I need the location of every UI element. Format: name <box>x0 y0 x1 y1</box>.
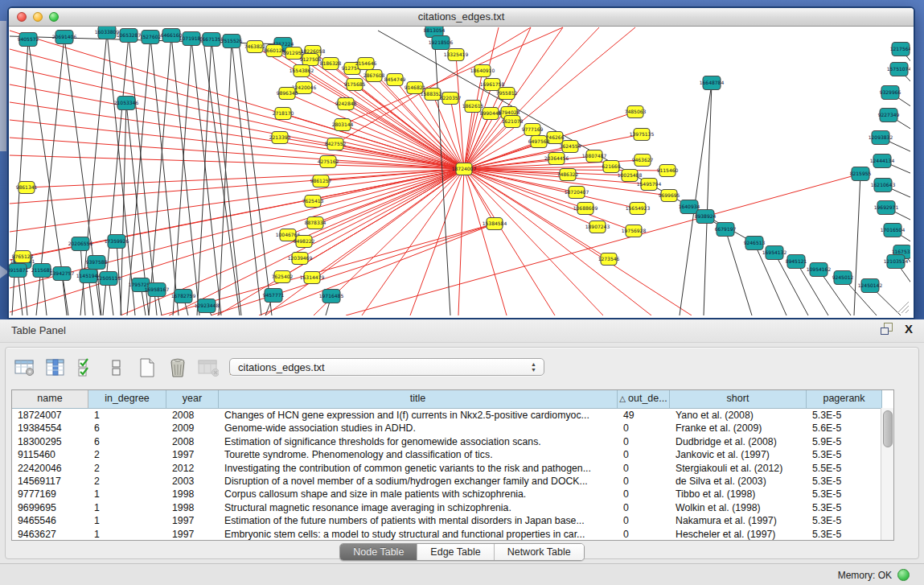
column-header-pagerank[interactable]: pagerank <box>807 390 882 408</box>
graph-node[interactable]: 9246513 <box>744 237 766 250</box>
graph-node[interactable]: 8765123 <box>12 251 34 263</box>
row-height-icon[interactable] <box>106 357 127 378</box>
table-row[interactable]: 977716911998Corpus callosum shape and si… <box>12 488 893 501</box>
table-chooser-dropdown[interactable]: citations_edges.txt ▲▼ <box>229 358 544 376</box>
graph-node[interactable]: 16782759 <box>171 290 196 303</box>
graph-node[interactable]: 10025488 <box>618 170 643 182</box>
cell-short[interactable]: Jankovic et al. (1997) <box>670 448 807 461</box>
cell-in_degree[interactable]: 2 <box>88 462 166 475</box>
graph-node[interactable]: 17016504 <box>881 224 906 237</box>
graph-node[interactable]: 15654923 <box>626 203 651 215</box>
cell-out_de[interactable]: 0 <box>618 448 670 461</box>
cell-pagerank[interactable]: 5.6E-5 <box>807 422 882 435</box>
graph-node[interactable]: 16648784 <box>700 76 725 90</box>
tab-node-table[interactable]: Node Table <box>340 544 417 560</box>
cell-out_de[interactable]: 0 <box>618 422 670 435</box>
graph-node[interactable]: 9457771 <box>263 289 285 303</box>
graph-node[interactable]: 8215955 <box>850 167 872 181</box>
graph-node[interactable]: 13325419 <box>444 49 469 61</box>
cell-pagerank[interactable]: 5.3E-5 <box>807 514 882 527</box>
graph-node[interactable]: 2213393 <box>269 132 291 144</box>
graph-node[interactable]: 20691406 <box>52 31 77 44</box>
graph-node[interactable]: 7625402 <box>272 271 294 283</box>
graph-node[interactable]: 9896348 <box>277 88 298 100</box>
graph-node[interactable]: 12505115 <box>97 272 121 286</box>
scrollbar-thumb[interactable] <box>883 410 893 447</box>
network-canvas[interactable]: 1872400794055722069140616033809106532871… <box>9 27 914 315</box>
cell-in_degree[interactable]: 1 <box>88 488 166 501</box>
delete-table-icon[interactable] <box>198 357 219 378</box>
graph-node[interactable]: 2803144 <box>332 119 354 131</box>
graph-node[interactable]: 19218506 <box>429 36 454 50</box>
graph-node[interactable]: 15751074 <box>887 63 910 76</box>
graph-node[interactable]: 7485063 <box>625 106 647 118</box>
cell-in_degree[interactable]: 2 <box>88 448 166 461</box>
cell-out_de[interactable]: 0 <box>618 475 670 488</box>
cell-year[interactable]: 2012 <box>166 462 219 475</box>
cell-name[interactable]: 9115460 <box>12 448 88 461</box>
graph-node[interactable]: 19692971 <box>874 201 899 215</box>
tab-edge-table[interactable]: Edge Table <box>417 544 494 560</box>
graph-node[interactable]: 21053346 <box>114 97 139 110</box>
column-header-name[interactable]: name <box>12 390 88 408</box>
cell-out_de[interactable]: 0 <box>618 462 670 475</box>
graph-node[interactable]: 18907243 <box>585 221 610 233</box>
graph-node[interactable]: 12103514 <box>884 255 909 269</box>
graph-node[interactable]: 12923448 <box>195 299 220 313</box>
graph-node[interactable]: 8878334 <box>305 217 326 229</box>
cell-short[interactable]: Dudbridge et al. (2008) <box>670 435 807 448</box>
select-rows-icon[interactable] <box>76 357 97 378</box>
cell-in_degree[interactable]: 1 <box>88 409 166 422</box>
table-row[interactable]: 911546021997Tourette syndrome. Phenomeno… <box>12 448 893 461</box>
column-header-title[interactable]: title <box>219 390 618 408</box>
cell-short[interactable]: Franke et al. (2009) <box>670 422 807 435</box>
graph-node[interactable]: 7955812 <box>496 88 518 100</box>
graph-node[interactable]: 2718170 <box>273 108 294 120</box>
cell-pagerank[interactable]: 5.3E-5 <box>807 409 882 422</box>
cell-title[interactable]: Investigating the contribution of common… <box>219 462 618 475</box>
new-file-icon[interactable] <box>137 357 158 378</box>
cell-short[interactable]: Stergiakouli et al. (2012) <box>670 462 807 475</box>
graph-node[interactable]: 9699695 <box>659 190 680 202</box>
cell-year[interactable]: 1998 <box>166 501 219 514</box>
cell-pagerank[interactable]: 5.3E-5 <box>807 448 882 461</box>
cell-in_degree[interactable]: 1 <box>88 501 166 514</box>
cell-year[interactable]: 2009 <box>166 422 219 435</box>
cell-name[interactable]: 9463627 <box>12 528 88 541</box>
graph-node[interactable]: 9405572 <box>18 33 39 47</box>
graph-node[interactable]: 8220357 <box>440 93 462 105</box>
graph-node[interactable]: 16210643 <box>871 179 896 192</box>
cell-short[interactable]: Tibbo et al. (1998) <box>670 488 807 501</box>
cell-name[interactable]: 9465546 <box>12 514 88 527</box>
graph-node[interactable]: 12444134 <box>870 154 895 168</box>
cell-year[interactable]: 2008 <box>166 409 219 422</box>
table-row[interactable]: 969969511998Structural magnetic resonanc… <box>12 501 893 514</box>
graph-node[interactable]: 7486322 <box>557 169 579 181</box>
cell-title[interactable]: Tourette syndrome. Phenomenology and cla… <box>219 448 618 461</box>
graph-node[interactable]: 20206556 <box>68 237 93 251</box>
cell-year[interactable]: 1997 <box>166 448 219 461</box>
graph-node[interactable]: 12039469 <box>288 253 313 265</box>
graph-node[interactable]: 10688609 <box>573 203 598 215</box>
graph-node[interactable]: 6679197 <box>715 223 737 237</box>
cell-pagerank[interactable]: 5.3E-5 <box>807 501 882 514</box>
table-row[interactable]: 1456911722003Disruption of a novel membe… <box>12 475 893 488</box>
graph-node[interactable]: 8454749 <box>384 74 406 86</box>
cell-pagerank[interactable]: 5.3E-5 <box>807 475 882 488</box>
graph-node[interactable]: 7515526 <box>221 35 243 48</box>
tab-network-table[interactable]: Network Table <box>495 544 584 560</box>
graph-node[interactable]: 16314479 <box>300 272 325 284</box>
graph-node[interactable]: 8186328 <box>320 58 342 70</box>
network-graph[interactable]: 1872400794055722069140616033809106532871… <box>9 27 910 315</box>
graph-node[interactable]: 16954132 <box>762 246 787 260</box>
graph-node[interactable]: 9777169 <box>522 124 544 136</box>
graph-node[interactable]: 9329966 <box>880 86 901 100</box>
vertical-scrollbar[interactable] <box>881 408 893 541</box>
table-row[interactable]: 946554611997Estimation of the future num… <box>12 514 893 527</box>
cell-title[interactable]: Corpus callosum shape and size in male p… <box>219 488 618 501</box>
graph-node[interactable]: 17359926 <box>105 235 129 249</box>
cell-pagerank[interactable]: 5.9E-5 <box>807 435 882 448</box>
graph-node[interactable]: 9861257 <box>310 175 332 187</box>
graph-node[interactable]: 1621078 <box>502 116 524 128</box>
cell-pagerank[interactable]: 5.3E-5 <box>807 488 882 501</box>
